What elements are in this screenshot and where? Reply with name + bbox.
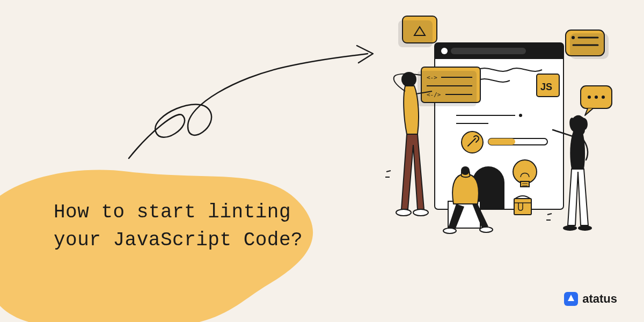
title-line-1: How to start linting <box>54 201 291 223</box>
arrow-decoration <box>107 24 386 169</box>
svg-rect-6 <box>570 33 609 59</box>
svg-text:JS: JS <box>540 82 552 92</box>
svg-line-48 <box>386 171 391 172</box>
svg-point-42 <box>480 227 493 232</box>
svg-point-40 <box>461 166 470 175</box>
svg-rect-30 <box>488 138 515 145</box>
svg-rect-15 <box>451 48 526 54</box>
svg-point-31 <box>513 160 537 184</box>
brand-logo-text: atatus <box>582 292 617 306</box>
svg-point-14 <box>441 48 448 54</box>
svg-point-44 <box>563 225 577 231</box>
svg-rect-13 <box>435 56 564 59</box>
svg-point-37 <box>396 209 411 216</box>
svg-point-9 <box>595 96 598 99</box>
svg-point-38 <box>413 209 428 216</box>
article-title: How to start linting your JavaScript Cod… <box>54 199 303 254</box>
svg-point-45 <box>578 225 592 231</box>
brand-logo: atatus <box>564 292 617 306</box>
svg-point-10 <box>602 96 605 99</box>
hero-illustration: JS <-> <-/> <box>365 11 623 247</box>
svg-point-8 <box>588 96 591 99</box>
svg-text:<->: <-> <box>427 74 437 81</box>
svg-point-26 <box>519 114 522 117</box>
svg-point-41 <box>443 228 456 233</box>
title-line-2: your JavaScript Code? <box>54 229 303 251</box>
svg-line-46 <box>547 214 552 215</box>
brand-logo-icon <box>564 292 578 306</box>
svg-rect-1 <box>398 20 433 47</box>
